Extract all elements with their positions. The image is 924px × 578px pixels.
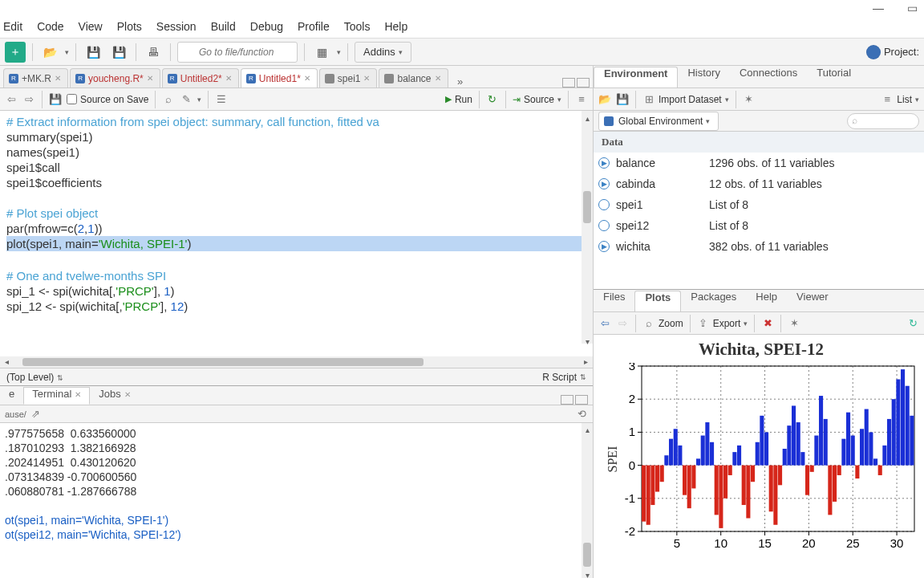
scroll-down-icon[interactable]: ▾ bbox=[583, 334, 591, 344]
tab-packages[interactable]: Packages bbox=[681, 291, 746, 311]
back-icon[interactable]: ⇦ bbox=[5, 93, 18, 106]
scope-selector[interactable]: (Top Level) ⇅ bbox=[6, 372, 63, 383]
tab-console[interactable]: e bbox=[0, 387, 23, 405]
tab-help[interactable]: Help bbox=[746, 291, 787, 311]
console-output[interactable]: .977575658 0.633560000.187010293 1.38216… bbox=[0, 423, 593, 578]
language-selector[interactable]: R Script ⇅ bbox=[542, 372, 586, 383]
plot-prev-button[interactable]: ⇦ bbox=[598, 317, 611, 330]
tab-terminal[interactable]: Terminal✕ bbox=[23, 387, 90, 405]
scroll-up-icon[interactable]: ▴ bbox=[583, 423, 591, 433]
rerun-icon[interactable]: ↻ bbox=[486, 93, 499, 106]
more-tabs-button[interactable]: » bbox=[453, 75, 468, 88]
menu-tools[interactable]: Tools bbox=[344, 20, 371, 33]
goto-file-input[interactable] bbox=[177, 42, 298, 63]
console-vscrollbar[interactable]: ▴ ▾ bbox=[582, 423, 593, 578]
find-icon[interactable]: ⌕ bbox=[162, 93, 175, 106]
maximize-pane-button[interactable] bbox=[577, 78, 590, 88]
editor-hscrollbar[interactable]: ◂ ▸ bbox=[0, 356, 593, 368]
save-button[interactable]: 💾 bbox=[83, 42, 103, 63]
menu-session[interactable]: Session bbox=[156, 20, 197, 33]
tab-mk-r[interactable]: R+MK.R✕ bbox=[3, 68, 68, 88]
minimize-pane-button[interactable] bbox=[562, 78, 575, 88]
close-icon[interactable]: ✕ bbox=[147, 74, 153, 83]
refresh-button[interactable]: ↻ bbox=[906, 317, 919, 330]
tab-viewer[interactable]: Viewer bbox=[787, 291, 838, 311]
menu-debug[interactable]: Debug bbox=[250, 20, 283, 33]
plot-next-button[interactable]: ⇨ bbox=[616, 317, 629, 330]
outline-icon[interactable]: ≡ bbox=[575, 93, 588, 106]
environment-search-input[interactable] bbox=[847, 113, 919, 129]
tab-spei1[interactable]: spei1✕ bbox=[319, 68, 378, 88]
clear-console-icon[interactable]: ⟲ bbox=[575, 408, 588, 421]
tab-connections[interactable]: Connections bbox=[730, 67, 807, 88]
expand-icon[interactable]: ▶ bbox=[598, 157, 610, 169]
expand-icon[interactable]: ▶ bbox=[598, 241, 610, 252]
close-icon[interactable]: ✕ bbox=[75, 390, 81, 399]
wand-icon[interactable]: ✎ bbox=[180, 93, 192, 106]
menu-help[interactable]: Help bbox=[384, 20, 407, 33]
tab-files[interactable]: Files bbox=[594, 291, 634, 311]
env-item-wichita[interactable]: ▶wichita382 obs. of 11 variables bbox=[594, 236, 924, 257]
clear-plots-button[interactable]: ✶ bbox=[788, 317, 800, 330]
source-button[interactable]: ⇥Source▾ bbox=[513, 94, 561, 105]
menu-build[interactable]: Build bbox=[211, 20, 236, 33]
remove-plot-button[interactable]: ✖ bbox=[761, 317, 774, 330]
print-button[interactable]: 🖶 bbox=[143, 42, 164, 63]
expand-icon[interactable] bbox=[598, 199, 610, 210]
expand-icon[interactable]: ▶ bbox=[598, 178, 610, 189]
project-selector[interactable]: Project: bbox=[866, 45, 919, 59]
report-icon[interactable]: ☰ bbox=[215, 93, 228, 106]
tab-history[interactable]: History bbox=[678, 67, 729, 88]
forward-icon[interactable]: ⇨ bbox=[22, 93, 35, 106]
tab-youcheng[interactable]: Ryoucheng.R*✕ bbox=[70, 68, 160, 88]
export-button[interactable]: ⇪Export▾ bbox=[697, 317, 748, 330]
menu-code[interactable]: Code bbox=[37, 20, 63, 33]
run-button[interactable]: ▶Run bbox=[445, 94, 472, 105]
menu-profile[interactable]: Profile bbox=[298, 20, 330, 33]
zoom-button[interactable]: ⌕Zoom bbox=[642, 317, 683, 330]
env-item-cabinda[interactable]: ▶cabinda12 obs. of 11 variables bbox=[594, 173, 924, 194]
broom-icon[interactable]: ✶ bbox=[743, 93, 756, 106]
save-all-button[interactable]: 💾 bbox=[108, 42, 129, 63]
tab-tutorial[interactable]: Tutorial bbox=[807, 67, 861, 88]
tab-plots[interactable]: Plots bbox=[634, 291, 681, 311]
env-item-spei12[interactable]: spei12List of 8 bbox=[594, 215, 924, 236]
tab-balance[interactable]: balance✕ bbox=[379, 68, 448, 88]
new-file-button[interactable]: ＋ bbox=[5, 42, 26, 63]
open-file-button[interactable]: 📂 bbox=[39, 42, 60, 63]
save-icon[interactable]: 💾 bbox=[616, 93, 629, 106]
import-dataset-button[interactable]: ⊞Import Dataset▾ bbox=[642, 93, 729, 106]
expand-icon[interactable] bbox=[598, 220, 610, 231]
source-on-save-checkbox[interactable]: Source on Save bbox=[67, 94, 148, 105]
menu-edit[interactable]: Edit bbox=[3, 20, 22, 33]
scroll-left-icon[interactable]: ◂ bbox=[5, 357, 9, 366]
close-icon[interactable]: ✕ bbox=[55, 74, 61, 83]
close-icon[interactable]: ✕ bbox=[225, 74, 232, 83]
tab-environment[interactable]: Environment bbox=[594, 67, 678, 88]
load-icon[interactable]: 📂 bbox=[598, 93, 611, 106]
close-icon[interactable]: ✕ bbox=[304, 74, 310, 83]
window-maximize-button[interactable]: ▭ bbox=[907, 2, 918, 14]
menu-plots[interactable]: Plots bbox=[117, 20, 142, 33]
tab-untitled2[interactable]: RUntitled2*✕ bbox=[162, 68, 239, 88]
save-icon[interactable]: 💾 bbox=[49, 93, 62, 106]
scroll-up-icon[interactable]: ▴ bbox=[583, 111, 591, 120]
env-item-spei1[interactable]: spei1List of 8 bbox=[594, 194, 924, 215]
window-minimize-button[interactable]: — bbox=[873, 2, 884, 14]
grid-button[interactable]: ▦ bbox=[311, 42, 332, 63]
scroll-thumb[interactable] bbox=[22, 358, 424, 366]
scroll-right-icon[interactable]: ▸ bbox=[584, 357, 588, 366]
close-icon[interactable]: ✕ bbox=[435, 74, 441, 83]
addins-button[interactable]: Addins ▾ bbox=[355, 42, 411, 63]
scroll-thumb[interactable] bbox=[583, 543, 591, 567]
scroll-down-icon[interactable]: ▾ bbox=[583, 568, 591, 578]
editor-vscrollbar[interactable]: ▴ ▾ bbox=[582, 111, 593, 344]
list-view-button[interactable]: ≡List▾ bbox=[881, 93, 919, 106]
maximize-pane-button[interactable] bbox=[575, 395, 588, 405]
env-item-balance[interactable]: ▶balance1296 obs. of 11 variables bbox=[594, 153, 924, 173]
minimize-pane-button[interactable] bbox=[561, 395, 573, 405]
tab-jobs[interactable]: Jobs✕ bbox=[90, 387, 139, 405]
open-folder-icon[interactable]: ⇗ bbox=[30, 408, 43, 421]
environment-scope-selector[interactable]: Global Environment▾ bbox=[598, 112, 719, 131]
code-editor[interactable]: # Extract information from spei object: … bbox=[0, 111, 593, 356]
